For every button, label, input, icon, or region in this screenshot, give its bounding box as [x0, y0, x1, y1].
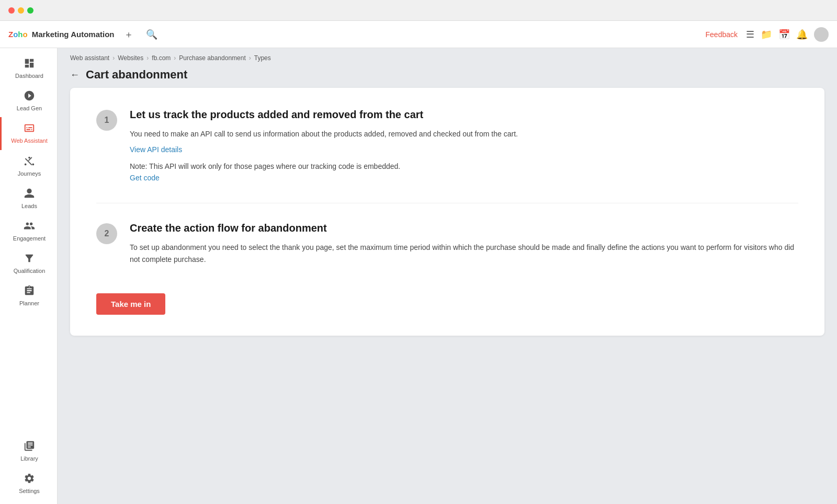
step-2-description: To set up abandonment you need to select…	[130, 242, 798, 267]
svg-point-2	[25, 163, 27, 165]
zoho-text: Zoho	[8, 30, 28, 39]
main-layout: Dashboard Lead Gen Web Assistant Journey…	[0, 48, 837, 504]
sidebar-label-planner: Planner	[19, 300, 39, 307]
breadcrumb-item-2[interactable]: fb.com	[152, 54, 171, 62]
step-2-number: 2	[96, 223, 117, 244]
window-buttons	[8, 7, 33, 14]
step-divider	[96, 203, 798, 203]
journeys-icon	[24, 155, 35, 168]
top-nav-icons: ☰ 📁 📅 🔔	[746, 27, 829, 42]
step-1-note-text: Note: This API will work only for those …	[130, 162, 400, 170]
maximize-button[interactable]	[27, 7, 33, 14]
svg-point-1	[32, 163, 35, 165]
close-button[interactable]	[8, 7, 15, 14]
folder-icon[interactable]: 📁	[761, 29, 772, 40]
content-area: Web assistant › Websites › fb.com › Purc…	[58, 48, 837, 504]
logo-area: Zoho Marketing Automation	[8, 30, 114, 39]
sidebar-item-engagement[interactable]: Engagement	[0, 215, 57, 247]
dashboard-icon	[24, 58, 35, 71]
top-nav: Zoho Marketing Automation ＋ 🔍 Feedback ☰…	[0, 21, 837, 48]
page-title: Cart abandonment	[86, 68, 187, 82]
back-button[interactable]: ←	[70, 70, 80, 81]
take-me-in-button[interactable]: Take me in	[96, 293, 165, 315]
step-2-title: Create the action flow for abandonment	[130, 222, 798, 234]
step-1-content: Let us track the products added and remo…	[130, 109, 798, 184]
step-1-title: Let us track the products added and remo…	[130, 109, 798, 121]
calendar-icon[interactable]: 📅	[778, 29, 790, 40]
top-nav-left: Zoho Marketing Automation ＋ 🔍	[8, 26, 160, 43]
breadcrumb-sep-0: ›	[112, 54, 115, 62]
step-1-section: 1 Let us track the products added and re…	[96, 109, 798, 184]
sidebar-label-leads: Leads	[21, 203, 37, 210]
sidebar-label-library: Library	[20, 455, 38, 462]
search-button[interactable]: 🔍	[143, 26, 160, 43]
leads-icon	[24, 188, 35, 201]
qualification-icon	[24, 253, 35, 266]
sidebar: Dashboard Lead Gen Web Assistant Journey…	[0, 48, 58, 504]
svg-point-0	[28, 156, 30, 158]
breadcrumb-sep-3: ›	[249, 54, 251, 62]
sidebar-label-web-assistant: Web Assistant	[11, 138, 48, 144]
sidebar-item-qualification[interactable]: Qualification	[0, 247, 57, 280]
sidebar-label-journeys: Journeys	[18, 170, 41, 177]
sidebar-label-dashboard: Dashboard	[15, 73, 43, 79]
breadcrumb-item-0[interactable]: Web assistant	[70, 54, 109, 62]
feedback-link[interactable]: Feedback	[706, 30, 738, 39]
step-1-note: Note: This API will work only for those …	[130, 161, 798, 184]
sidebar-item-journeys[interactable]: Journeys	[0, 150, 57, 182]
breadcrumb: Web assistant › Websites › fb.com › Purc…	[58, 48, 837, 66]
top-nav-right: Feedback ☰ 📁 📅 🔔	[706, 27, 829, 42]
step-1-description: You need to make an API call to send us …	[130, 128, 798, 141]
zoho-logo: Zoho	[8, 30, 28, 39]
view-api-link[interactable]: View API details	[130, 145, 182, 154]
list-icon[interactable]: ☰	[746, 29, 754, 40]
app-title: Marketing Automation	[32, 30, 115, 39]
sidebar-item-settings[interactable]: Settings	[0, 467, 57, 500]
page-header: ← Cart abandonment	[58, 66, 837, 88]
breadcrumb-item-1[interactable]: Websites	[118, 54, 143, 62]
sidebar-item-planner[interactable]: Planner	[0, 280, 57, 312]
step-2-content: Create the action flow for abandonment T…	[130, 222, 798, 271]
avatar[interactable]	[814, 27, 829, 42]
main-card: 1 Let us track the products added and re…	[70, 88, 824, 336]
breadcrumb-current: Types	[254, 54, 271, 62]
lead-gen-icon	[24, 90, 35, 103]
planner-icon	[24, 285, 35, 298]
sidebar-label-qualification: Qualification	[14, 268, 46, 274]
engagement-icon	[24, 220, 35, 233]
sidebar-item-web-assistant[interactable]: Web Assistant	[0, 117, 57, 150]
settings-icon	[24, 473, 35, 486]
sidebar-item-dashboard[interactable]: Dashboard	[0, 52, 57, 85]
minimize-button[interactable]	[18, 7, 24, 14]
sidebar-item-leads[interactable]: Leads	[0, 182, 57, 215]
add-button[interactable]: ＋	[120, 26, 137, 43]
breadcrumb-item-3[interactable]: Purchase abandonment	[179, 54, 245, 62]
bell-icon[interactable]: 🔔	[796, 29, 808, 40]
sidebar-label-lead-gen: Lead Gen	[17, 105, 42, 112]
breadcrumb-sep-2: ›	[174, 54, 176, 62]
sidebar-label-settings: Settings	[19, 488, 40, 495]
breadcrumb-sep-1: ›	[146, 54, 149, 62]
sidebar-item-lead-gen[interactable]: Lead Gen	[0, 85, 57, 117]
step-2-section: 2 Create the action flow for abandonment…	[96, 222, 798, 271]
step-1-number: 1	[96, 110, 117, 131]
library-icon	[24, 440, 35, 453]
get-code-link[interactable]: Get code	[130, 174, 160, 182]
title-bar	[0, 0, 837, 21]
web-assistant-icon	[24, 122, 35, 135]
sidebar-label-engagement: Engagement	[13, 235, 46, 242]
sidebar-item-library[interactable]: Library	[0, 435, 57, 467]
